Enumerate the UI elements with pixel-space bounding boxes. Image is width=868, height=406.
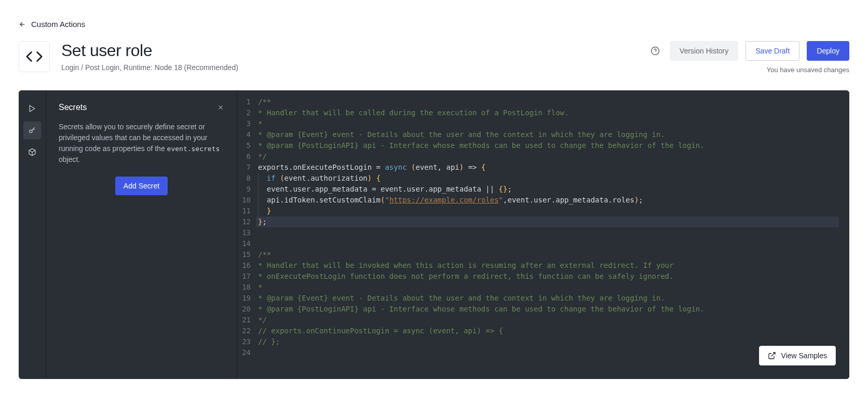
rail-key-icon[interactable] <box>23 121 41 139</box>
panel-title: Secrets <box>59 103 87 112</box>
page-header: Set user role Login / Post Login, Runtim… <box>0 29 868 74</box>
code-line[interactable]: */ <box>256 315 839 326</box>
code-line[interactable]: * @param {Event} event - Details about t… <box>256 129 839 140</box>
deploy-button[interactable]: Deploy <box>807 41 849 61</box>
unsaved-indicator: You have unsaved changes <box>767 66 849 74</box>
close-icon[interactable] <box>217 104 224 111</box>
svg-marker-2 <box>30 105 34 112</box>
code-editor[interactable]: 123456789101112131415161718192021222324 … <box>237 90 849 379</box>
svg-point-3 <box>30 130 32 132</box>
code-line[interactable]: event.user.app_metadata = event.user.app… <box>256 184 839 195</box>
code-line[interactable]: /** <box>256 249 839 260</box>
secrets-panel: Secrets Secrets allow you to securely de… <box>46 90 237 379</box>
code-line[interactable]: * onExecutePostLogin function does not p… <box>256 271 839 282</box>
code-line[interactable]: }; <box>256 216 839 227</box>
breadcrumb: Custom Actions <box>0 0 868 29</box>
side-rail <box>19 90 46 379</box>
code-line[interactable]: * @param {PostLoginAPI} api - Interface … <box>256 304 839 315</box>
code-line[interactable]: /** <box>256 97 839 107</box>
code-line[interactable]: * @param {Event} event - Details about t… <box>256 293 839 304</box>
code-line[interactable]: * <box>256 118 839 129</box>
breadcrumb-link[interactable]: Custom Actions <box>31 20 85 29</box>
back-arrow-icon[interactable] <box>19 21 26 28</box>
code-line[interactable]: // }; <box>256 336 839 347</box>
code-line[interactable]: api.idToken.setCustomClaim("https://exam… <box>256 195 839 206</box>
save-draft-button[interactable]: Save Draft <box>745 41 799 61</box>
line-gutter: 123456789101112131415161718192021222324 <box>237 97 256 379</box>
editor-container: Secrets Secrets allow you to securely de… <box>19 90 849 379</box>
code-line[interactable]: * <box>256 282 839 293</box>
page-subtitle: Login / Post Login, Runtime: Node 18 (Re… <box>61 63 238 72</box>
code-line[interactable]: if (event.authorization) { <box>256 173 839 184</box>
external-link-icon <box>768 351 776 360</box>
code-line[interactable] <box>256 227 839 238</box>
code-line[interactable]: * Handler that will be called during the… <box>256 107 839 118</box>
view-samples-button[interactable]: View Samples <box>759 346 836 366</box>
code-line[interactable]: } <box>256 206 839 216</box>
code-lines[interactable]: /*** Handler that will be called during … <box>256 97 849 379</box>
version-history-button[interactable]: Version History <box>670 41 738 61</box>
code-line[interactable]: * Handler that will be invoked when this… <box>256 260 839 271</box>
code-line[interactable] <box>256 347 839 358</box>
add-secret-button[interactable]: Add Secret <box>115 177 168 195</box>
code-line[interactable]: exports.onExecutePostLogin = async (even… <box>256 162 839 173</box>
code-line[interactable]: // exports.onContinuePostLogin = async (… <box>256 326 839 336</box>
panel-description: Secrets allow you to securely define sec… <box>59 121 224 165</box>
code-icon <box>19 41 50 72</box>
help-icon[interactable] <box>648 44 662 58</box>
code-line[interactable] <box>256 238 839 249</box>
code-line[interactable]: */ <box>256 151 839 162</box>
rail-play-icon[interactable] <box>23 100 41 117</box>
code-line[interactable]: * @param {PostLoginAPI} api - Interface … <box>256 140 839 151</box>
rail-package-icon[interactable] <box>23 143 41 161</box>
view-samples-label: View Samples <box>781 351 827 360</box>
page-title: Set user role <box>61 41 238 60</box>
